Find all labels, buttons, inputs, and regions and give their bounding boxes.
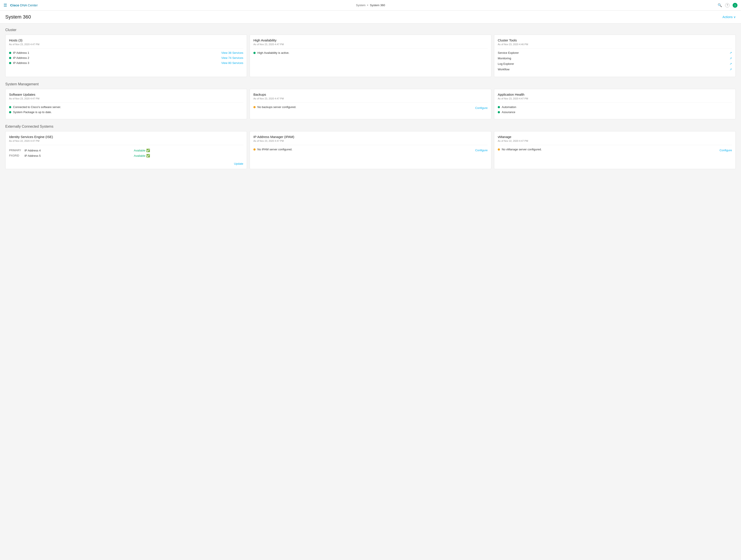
ipam-subtitle: As of Nov 23, 2020 4:47 PM [253, 140, 488, 145]
ha-status-text: High Availability is active. [257, 51, 289, 55]
ise-pxgrid-role: PXGRID [9, 153, 24, 158]
app-health-row-1: Automation [498, 106, 732, 109]
host-3-view-link[interactable]: View 80 Services [221, 61, 243, 65]
external-section-title: Externally Connected Systems [5, 125, 736, 129]
vmanage-title: vManage [498, 135, 732, 139]
backups-status-dot [253, 106, 256, 108]
ise-primary-status-text: Available [134, 149, 145, 152]
host-row-1: IP Address 1 View 38 Services [9, 51, 243, 55]
page-header: System 360 Actions ∨ [0, 11, 741, 23]
ha-card-title: High Availability [253, 39, 488, 42]
sw-update-1-status-dot [9, 106, 11, 108]
app-health-subtitle: As of Nov 23, 2020 4:47 PM [498, 97, 732, 103]
host-1-view-link[interactable]: View 38 Services [221, 51, 243, 55]
app-health-1-text: Automation [502, 106, 516, 109]
vmanage-status: No vManage server configured. [498, 148, 542, 151]
ha-card-subtitle: As of Nov 23, 2020 4:47 PM [253, 43, 488, 49]
hosts-card-title: Hosts (3) [9, 39, 243, 42]
host-1-status-dot [9, 52, 11, 54]
host-1-label: IP Address 1 [13, 51, 29, 55]
app-health-1-status-dot [498, 106, 500, 108]
app-health-row-2: Assurance [498, 111, 732, 114]
tools-card-subtitle: As of Nov 23, 2020 4:46 PM [498, 43, 732, 49]
ise-row-primary: PRIMARY IP Address 4 Available ✅ [9, 148, 243, 153]
help-icon[interactable]: ? [725, 3, 730, 7]
ipam-title: IP Address Manager (IPAM) [253, 135, 488, 139]
ha-status-row: High Availability is active. [253, 51, 488, 55]
software-updates-title: Software Updates [9, 92, 243, 96]
ha-status-dot [253, 52, 256, 54]
breadcrumb-current: System 360 [370, 4, 385, 7]
system-management-section: System Management Software Updates As of… [5, 82, 736, 119]
host-3-status-dot [9, 62, 11, 64]
software-update-row-1: Connected to Cisco's software server. [9, 106, 243, 109]
page-title: System 360 [5, 14, 31, 20]
ipam-status-row: No IPAM server configured. Configure [253, 148, 488, 153]
search-icon[interactable]: 🔍 [718, 3, 722, 7]
actions-chevron-icon: ∨ [734, 15, 736, 19]
backups-subtitle: As of Nov 23, 2020 4:47 PM [253, 97, 488, 103]
backups-configure-link[interactable]: Configure [475, 106, 488, 110]
tool-row-log-explorer: Log Explorer ↗︎ [498, 62, 732, 66]
system-management-section-title: System Management [5, 82, 736, 86]
service-explorer-external-link-icon[interactable]: ↗︎ [730, 51, 732, 55]
actions-button[interactable]: Actions ∨ [723, 15, 736, 19]
monitoring-external-link-icon[interactable]: ↗︎ [730, 57, 732, 60]
host-2-view-link[interactable]: View 74 Services [221, 56, 243, 60]
cluster-tools-card: Cluster Tools As of Nov 23, 2020 4:46 PM… [494, 34, 736, 77]
ise-pxgrid-status: Available ✅ [134, 153, 243, 158]
cluster-cards-grid: Hosts (3) As of Nov 23, 2020 4:47 PM IP … [5, 34, 736, 77]
top-navigation: ☰ Cisco DNA Center System • System 360 🔍… [0, 0, 741, 11]
vmanage-configure-link[interactable]: Configure [720, 149, 732, 152]
ise-card-footer: Update [9, 162, 243, 165]
external-systems-section: Externally Connected Systems Identity Se… [5, 125, 736, 169]
breadcrumb-separator: • [367, 4, 368, 7]
high-availability-card: High Availability As of Nov 23, 2020 4:4… [250, 34, 491, 77]
cluster-section: Cluster Hosts (3) As of Nov 23, 2020 4:4… [5, 28, 736, 77]
cisco-logo: Cisco [10, 3, 19, 7]
ipam-configure-link[interactable]: Configure [475, 149, 488, 152]
host-2-status-dot [9, 57, 11, 59]
ise-table: PRIMARY IP Address 4 Available ✅ PXGRID [9, 148, 243, 158]
nav-right-icons: 🔍 ? 1 [718, 3, 737, 8]
backups-card: Backups As of Nov 23, 2020 4:47 PM No ba… [250, 89, 491, 119]
host-row-2: IP Address 2 View 74 Services [9, 56, 243, 60]
ise-primary-address: IP Address 4 [24, 148, 134, 153]
system-management-cards-grid: Software Updates As of Nov 23, 2020 4:47… [5, 89, 736, 119]
ise-row-pxgrid: PXGRID IP Address 5 Available ✅ [9, 153, 243, 158]
ise-primary-status: Available ✅ [134, 148, 243, 153]
tool-row-workflow: Workflow ↗︎ [498, 68, 732, 71]
sw-update-1-text: Connected to Cisco's software server. [13, 106, 61, 109]
external-cards-grid: Identity Services Engine (ISE) As of Nov… [5, 131, 736, 169]
vmanage-status-text: No vManage server configured. [502, 148, 542, 151]
ise-pxgrid-check-icon: ✅ [146, 154, 150, 157]
ise-pxgrid-status-text: Available [134, 154, 145, 157]
app-health-2-text: Assurance [502, 111, 515, 114]
hosts-card-subtitle: As of Nov 23, 2020 4:47 PM [9, 43, 243, 49]
hamburger-menu-icon[interactable]: ☰ [4, 3, 7, 8]
dna-center-logo-text: DNA Center [20, 3, 38, 7]
tools-card-title: Cluster Tools [498, 39, 732, 42]
workflow-external-link-icon[interactable]: ↗︎ [730, 68, 732, 71]
tool-workflow-label: Workflow [498, 68, 510, 71]
ise-subtitle: As of Nov 22, 2020 4:47 PM [9, 140, 243, 145]
vmanage-subtitle: As of Nov 22, 2020 4:47 PM [498, 140, 732, 145]
app-health-2-status-dot [498, 111, 500, 113]
ipam-status-text: No IPAM server configured. [257, 148, 292, 151]
log-explorer-external-link-icon[interactable]: ↗︎ [730, 62, 732, 66]
ise-card: Identity Services Engine (ISE) As of Nov… [5, 131, 247, 169]
notification-badge[interactable]: 1 [733, 3, 737, 8]
actions-label: Actions [723, 15, 733, 19]
ipam-status: No IPAM server configured. [253, 148, 292, 151]
sw-update-2-status-dot [9, 111, 11, 113]
host-2-label: IP Address 2 [13, 56, 29, 60]
tool-row-service-explorer: Service Explorer ↗︎ [498, 51, 732, 55]
ise-update-link[interactable]: Update [234, 162, 243, 165]
sw-update-2-text: System Package is up to date. [13, 111, 52, 114]
main-content: Cluster Hosts (3) As of Nov 23, 2020 4:4… [0, 23, 741, 179]
tool-monitoring-label: Monitoring [498, 57, 511, 60]
host-3-label: IP Address 3 [13, 61, 29, 65]
software-updates-subtitle: As of Nov 23, 2020 4:47 PM [9, 97, 243, 103]
vmanage-status-row: No vManage server configured. Configure [498, 148, 732, 153]
ise-primary-role: PRIMARY [9, 148, 24, 153]
